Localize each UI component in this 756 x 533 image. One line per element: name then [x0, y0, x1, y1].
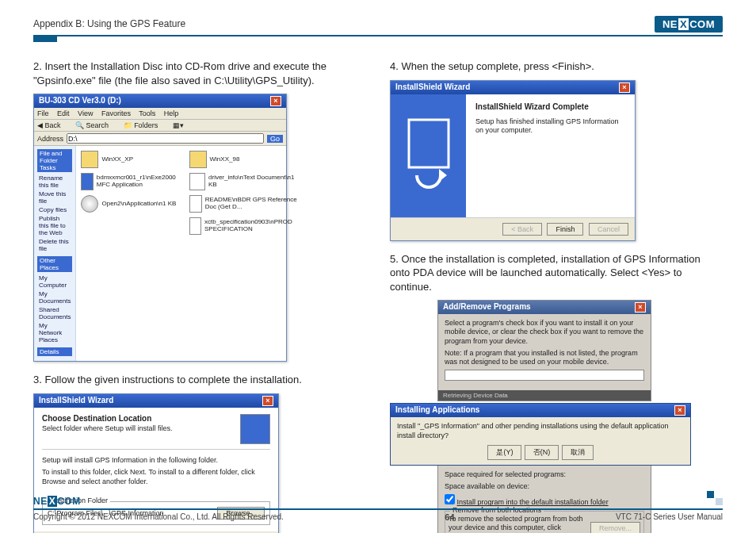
brand-logo: NEXCOM: [655, 16, 723, 33]
popup-message: Install "_GPS Information" and other pen…: [397, 422, 684, 440]
side-details-header: Details: [37, 347, 72, 356]
doc-icon: [189, 195, 202, 213]
wizard4-titlebar: InstallShield Wizard ×: [391, 81, 635, 94]
wizard3-heading: Choose Destination Location: [42, 414, 173, 423]
status-bar: Retrieving Device Data: [438, 390, 651, 401]
space-available: Space available on device:: [445, 482, 644, 491]
explorer-title: BU-303 CD Ver3.0 (D:): [39, 96, 121, 106]
footer-logo: NEXCOM: [33, 496, 81, 507]
svg-rect-0: [409, 120, 449, 167]
header-title: Appendix B: Using the GPS Feature: [33, 18, 185, 29]
side-item[interactable]: Rename this file: [37, 174, 72, 190]
close-icon[interactable]: ×: [270, 96, 281, 106]
svg-marker-1: [439, 169, 447, 182]
no-button[interactable]: 否(N): [525, 445, 559, 460]
menu-tools[interactable]: Tools: [139, 109, 155, 117]
app-icon: [81, 173, 93, 190]
footer-manual: VTC 71-C Series User Manual: [616, 512, 723, 522]
install-popup: Installing Applications × Install "_GPS …: [390, 403, 691, 466]
cd-icon: [81, 195, 98, 213]
footer-decoration: [707, 491, 723, 505]
file-item[interactable]: bdmxxmcr001_r1\nExe2000 MFC Application: [81, 173, 181, 190]
space-required: Space required for selected programs:: [445, 470, 644, 479]
file-item[interactable]: Open2\nApplication\n1 KB: [81, 195, 181, 213]
side-item[interactable]: My Computer: [37, 274, 72, 290]
program-listbox[interactable]: [445, 370, 644, 381]
file-item[interactable]: xctb_specification0903\nPROD SPECIFICATI…: [189, 217, 298, 235]
side-item[interactable]: Copy files: [37, 205, 72, 214]
menu-help[interactable]: Help: [164, 109, 179, 117]
step-3-text: 3. Follow the given instructions to comp…: [33, 373, 366, 387]
side-places-header: Other Places: [37, 256, 72, 272]
side-item[interactable]: Shared Documents: [37, 305, 72, 321]
text-icon: [189, 173, 205, 190]
menu-edit[interactable]: Edit: [57, 109, 70, 117]
go-button[interactable]: Go: [267, 135, 283, 143]
side-tasks-header: File and Folder Tasks: [37, 149, 72, 172]
addremove-titlebar: Add/Remove Programs ×: [438, 301, 651, 314]
explorer-titlebar: BU-303 CD Ver3.0 (D:) ×: [34, 94, 286, 108]
address-label: Address: [37, 135, 63, 143]
close-icon[interactable]: ×: [619, 82, 630, 93]
wizard-banner: [391, 94, 466, 217]
cancel-button[interactable]: 取消: [562, 445, 594, 460]
popup-title: Installing Applications: [395, 405, 479, 416]
file-item[interactable]: driver_info\nText Document\n1 KB: [189, 173, 298, 190]
footer-copyright: Copyright © 2012 NEXCOM International Co…: [33, 512, 284, 522]
addremove-text1: Select a program's check box if you want…: [445, 319, 644, 346]
close-icon[interactable]: ×: [262, 396, 273, 406]
remove-button: Remove...: [590, 522, 640, 533]
wizard4-heading: InstallShield Wizard Complete: [475, 102, 625, 111]
yes-button[interactable]: 是(Y): [487, 445, 521, 460]
nav-search[interactable]: 🔍 Search: [75, 121, 115, 129]
folder-icon: [81, 151, 98, 168]
file-item[interactable]: README\nBDR GPS Reference Doc (Get D...: [189, 195, 298, 213]
nav-folders[interactable]: 📁 Folders: [124, 121, 165, 129]
explorer-menu: File Edit View Favorites Tools Help: [34, 108, 286, 120]
doc-icon: [189, 217, 202, 235]
wizard3-text2: To install to this folder, click Next. T…: [42, 468, 270, 486]
wizard4-window: InstallShield Wizard × InstallShield Wiz…: [390, 80, 636, 241]
side-item[interactable]: My Documents: [37, 290, 72, 305]
side-item[interactable]: My Network Places: [37, 321, 72, 344]
folder-icon: [189, 151, 207, 168]
popup-titlebar: Installing Applications ×: [391, 404, 690, 417]
wizard3-sub: Select folder where Setup will install f…: [42, 424, 173, 432]
nav-back[interactable]: ◀ Back: [37, 121, 67, 129]
step-4-text: 4. When the setup complete, press <Finis…: [390, 59, 723, 74]
file-item[interactable]: WinXX_XP: [81, 151, 181, 168]
explorer-window: BU-303 CD Ver3.0 (D:) × File Edit View F…: [33, 94, 287, 362]
finish-button[interactable]: Finish: [547, 223, 583, 236]
footer-page: 64: [445, 512, 454, 522]
side-item[interactable]: Publish this file to the Web: [37, 214, 72, 237]
side-item[interactable]: Delete this file: [37, 237, 72, 253]
wizard3-title: InstallShield Wizard: [39, 396, 113, 406]
menu-view[interactable]: View: [78, 109, 93, 117]
file-item[interactable]: WinXX_98: [189, 151, 298, 168]
step-5-text: 5. Once the installation is completed, i…: [390, 252, 723, 294]
wizard4-title: InstallShield Wizard: [395, 82, 470, 93]
back-button: < Back: [502, 223, 542, 236]
close-icon[interactable]: ×: [635, 302, 646, 313]
wizard-icon: [240, 414, 270, 444]
add-remove-window: Add/Remove Programs × Select a program's…: [437, 300, 651, 401]
nav-views-icon[interactable]: ▦▾: [173, 121, 184, 129]
menu-file[interactable]: File: [37, 109, 49, 117]
wizard4-text: Setup has finished installing GPS Inform…: [475, 117, 625, 136]
wizard3-titlebar: InstallShield Wizard ×: [34, 394, 278, 408]
wizard3-text1: Setup will install GPS Information in th…: [42, 456, 270, 466]
menu-favorites[interactable]: Favorites: [101, 109, 131, 117]
address-input[interactable]: [67, 133, 264, 144]
close-icon[interactable]: ×: [674, 405, 685, 416]
addremove-title: Add/Remove Programs: [443, 302, 531, 313]
explorer-nav: ◀ Back 🔍 Search 📁 Folders ▦▾: [34, 120, 286, 132]
step-2-text: 2. Insert the Installation Disc into CD-…: [33, 59, 366, 87]
addremove-text2: Note: If a program that you installed is…: [445, 349, 644, 367]
cancel-button: Cancel: [589, 223, 628, 236]
side-item[interactable]: Move this file: [37, 190, 72, 205]
